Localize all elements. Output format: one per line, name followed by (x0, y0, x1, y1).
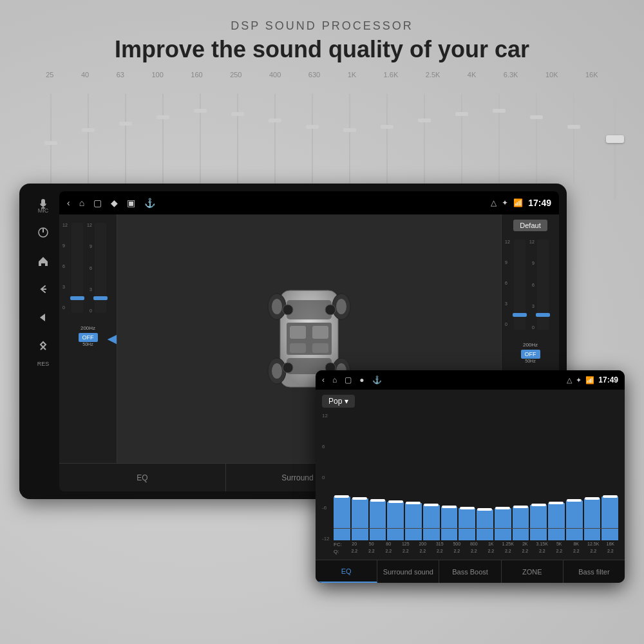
d2-bar-slider-1K[interactable] (477, 508, 492, 511)
d2-tab-eq[interactable]: EQ (316, 560, 377, 583)
d2-bar-slider-3.15K[interactable] (531, 504, 546, 506)
nav-back-icon[interactable]: ‹ (67, 198, 70, 208)
r-fader-handle-1[interactable] (513, 313, 527, 317)
eq-slider-handle-1.6K[interactable] (381, 125, 393, 129)
d2-bar-3.15K[interactable] (530, 413, 547, 540)
eq-slider-wrap-250[interactable] (237, 93, 238, 184)
eq-slider-wrap-400[interactable] (274, 93, 276, 184)
tab-eq[interactable]: EQ (59, 464, 226, 491)
eq-slider-handle-160[interactable] (194, 109, 207, 113)
d2-bar-slider-12.5K[interactable] (585, 497, 600, 500)
d2-bar-slider-5K[interactable] (549, 502, 564, 504)
d2-topbar: ‹ ⌂ ▢ ● ⚓ △ ✦ 📶 17:49 (316, 370, 625, 390)
defaut-button[interactable]: Defaut (513, 220, 547, 231)
power-button[interactable] (33, 223, 53, 242)
d2-bar-1K[interactable] (477, 413, 493, 540)
eq-slider-handle-250[interactable] (231, 112, 244, 116)
fader-handle-1[interactable] (70, 296, 84, 300)
d2-bar-5K[interactable] (548, 413, 565, 540)
d2-dot-icon[interactable]: ● (359, 375, 364, 384)
eq-slider-handle-630[interactable] (306, 125, 319, 129)
d2-bar-slider-2K[interactable] (513, 506, 528, 508)
eq-slider-handle-4K[interactable] (455, 112, 468, 116)
d2-bar-315[interactable] (423, 413, 440, 540)
d2-tab-surround[interactable]: Surround sound (377, 560, 439, 583)
eq-slider-wrap-2.5K[interactable] (424, 93, 425, 184)
q-val-1K: 2.2 (483, 549, 499, 554)
d2-usb-icon[interactable]: ⚓ (372, 375, 382, 384)
right-slider[interactable] (605, 97, 625, 213)
fader-handle-2[interactable] (93, 296, 108, 300)
eq-slider-wrap-10K[interactable] (536, 93, 537, 184)
eq-slider-handle-40[interactable] (82, 128, 95, 132)
nav-home-icon[interactable]: ⌂ (79, 198, 84, 208)
d2-bar-slider-16K[interactable] (603, 495, 618, 498)
eq-slider-wrap-1K[interactable] (349, 93, 350, 184)
eq-slider-wrap-16K[interactable] (573, 93, 574, 184)
eq-slider-handle-25[interactable] (44, 141, 57, 145)
d2-bar-800[interactable] (459, 413, 475, 540)
nav-window-icon[interactable]: ▢ (93, 198, 102, 208)
eq-slider-wrap-63[interactable] (125, 93, 126, 184)
back-button[interactable] (33, 279, 53, 299)
eq-slider-wrap-4K[interactable] (461, 93, 462, 184)
nav-image-icon[interactable]: ▣ (127, 198, 135, 208)
d2-bar-50[interactable] (352, 413, 368, 540)
eq-slider-handle-10K[interactable] (530, 115, 543, 119)
d2-preset-button[interactable]: Pop ▾ (322, 395, 355, 408)
d2-bar-slider-80[interactable] (370, 499, 385, 502)
d2-tab-bass-filter[interactable]: Bass filter (564, 560, 625, 583)
bluetooth-button[interactable] (33, 336, 53, 355)
home-button[interactable] (33, 251, 53, 270)
right-slider-handle[interactable] (606, 135, 624, 143)
d2-bar-500[interactable] (441, 413, 458, 540)
eq-slider-handle-1K[interactable] (343, 128, 356, 132)
d2-bar-200[interactable] (405, 413, 422, 540)
eq-slider-handle-16K[interactable] (567, 125, 580, 129)
fader-off-btn-1[interactable]: OFF (79, 333, 98, 342)
eq-slider-handle-400[interactable] (269, 118, 281, 122)
d2-bar-slider-800[interactable] (460, 507, 475, 509)
eq-slider-wrap-25[interactable] (50, 93, 52, 184)
d2-window-icon[interactable]: ▢ (345, 375, 352, 384)
d2-bar-slider-200[interactable] (406, 502, 421, 504)
d2-bar-1.25K[interactable] (495, 413, 511, 540)
r-fader-off-btn[interactable]: OFF (521, 350, 540, 359)
eq-slider-wrap-1.6K[interactable] (386, 93, 388, 184)
d2-bar-16K[interactable] (601, 413, 618, 540)
eq-slider-handle-6.3K[interactable] (493, 109, 506, 113)
d2-bar-125[interactable] (387, 413, 404, 540)
d2-bar-slider-1.25K[interactable] (495, 507, 510, 509)
d2-tab-zone[interactable]: ZONE (502, 560, 564, 583)
eq-slider-wrap-630[interactable] (312, 93, 313, 184)
d2-bar-slider-50[interactable] (352, 497, 367, 500)
d2-bar-8K[interactable] (566, 413, 583, 540)
d2-bar-track-800 (459, 413, 475, 540)
d2-tab-bass-boost[interactable]: Bass Boost (439, 560, 501, 583)
eq-slider-wrap-6.3K[interactable] (498, 93, 500, 184)
eq-slider-wrap-160[interactable] (200, 93, 201, 184)
d2-home-icon[interactable]: ⌂ (332, 375, 337, 384)
d2-bar-20[interactable] (334, 413, 350, 540)
d2-bar-slider-20[interactable] (334, 495, 349, 498)
eq-slider-handle-100[interactable] (156, 115, 169, 119)
d2-bar-2K[interactable] (513, 413, 529, 540)
q-val-8K: 2.2 (569, 549, 585, 554)
d2-bar-slider-315[interactable] (424, 504, 439, 506)
q-val-125: 2.2 (398, 549, 414, 554)
d2-bar-slider-8K[interactable] (567, 499, 582, 502)
d2-bar-slider-125[interactable] (388, 500, 403, 503)
eq-slider-wrap-40[interactable] (88, 93, 89, 184)
eq-slider-wrap-100[interactable] (162, 93, 164, 184)
d2-bar-12.5K[interactable] (584, 413, 601, 540)
back-arrow-button[interactable] (33, 308, 53, 327)
nav-shield-icon[interactable]: ◆ (111, 198, 118, 208)
eq-slider-handle-63[interactable] (119, 122, 132, 126)
d2-bar-80[interactable] (370, 413, 386, 540)
eq-slider-handle-2.5K[interactable] (418, 118, 431, 122)
nav-usb-icon[interactable]: ⚓ (144, 198, 155, 208)
d2-back-icon[interactable]: ‹ (322, 375, 325, 384)
fc-val-16K: 16K (603, 542, 619, 547)
d2-bar-slider-500[interactable] (442, 506, 457, 508)
r-fader-handle-2[interactable] (536, 313, 550, 317)
